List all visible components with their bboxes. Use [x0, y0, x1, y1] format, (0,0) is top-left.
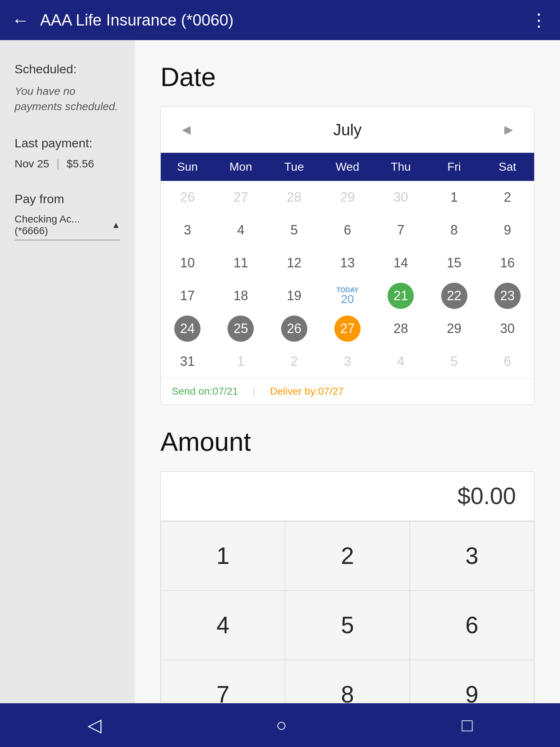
- table-row[interactable]: 30: [374, 181, 427, 214]
- table-row[interactable]: TODAY20: [321, 279, 374, 312]
- table-row[interactable]: 6: [481, 345, 534, 378]
- table-row[interactable]: 24: [161, 312, 214, 345]
- next-month-button[interactable]: ►: [498, 118, 520, 142]
- last-payment-label: Last payment:: [15, 136, 120, 150]
- table-row[interactable]: 7: [374, 214, 427, 247]
- table-row[interactable]: 5: [427, 345, 481, 378]
- table-row[interactable]: 14: [374, 247, 427, 279]
- nav-home-button[interactable]: ○: [254, 707, 309, 743]
- more-icon[interactable]: ⋮: [530, 10, 548, 30]
- keypad-6-button[interactable]: 6: [410, 591, 534, 660]
- dow-mon: Mon: [214, 153, 267, 181]
- footer-divider: |: [253, 386, 255, 397]
- keypad-7-button[interactable]: 7: [161, 660, 285, 703]
- pay-from-section: Pay from Checking Ac... (*6666) ▲: [15, 192, 120, 240]
- table-row[interactable]: 23: [481, 279, 534, 312]
- calendar-dow-row: SunMonTueWedThuFriSat: [161, 153, 534, 181]
- table-row[interactable]: 26: [161, 181, 214, 214]
- table-row[interactable]: 3: [161, 214, 214, 247]
- last-payment-amount: $5.56: [67, 158, 94, 170]
- last-payment-value: Nov 25 | $5.56: [15, 158, 120, 170]
- dow-sat: Sat: [481, 153, 534, 181]
- table-row[interactable]: 19: [268, 279, 321, 312]
- table-row[interactable]: 5: [268, 214, 321, 247]
- table-row[interactable]: 25: [214, 312, 267, 345]
- table-row[interactable]: 17: [161, 279, 214, 312]
- table-row[interactable]: 10: [161, 247, 214, 279]
- main-content: Scheduled: You have no payments schedule…: [0, 40, 560, 703]
- keypad-9-button[interactable]: 9: [410, 660, 534, 703]
- prev-month-button[interactable]: ◄: [175, 118, 197, 142]
- table-row[interactable]: 22: [427, 279, 481, 312]
- last-payment-section: Last payment: Nov 25 | $5.56: [15, 136, 120, 170]
- dow-fri: Fri: [427, 153, 481, 181]
- table-row[interactable]: 31: [161, 345, 214, 378]
- table-row[interactable]: 13: [321, 247, 374, 279]
- account-dropdown[interactable]: Checking Ac... (*6666) ▲: [15, 213, 120, 240]
- dow-thu: Thu: [374, 153, 427, 181]
- table-row[interactable]: 9: [481, 214, 534, 247]
- table-row[interactable]: 26: [268, 312, 321, 345]
- table-row[interactable]: 2: [481, 181, 534, 214]
- keypad-3-button[interactable]: 3: [410, 521, 534, 591]
- keypad-8-button[interactable]: 8: [285, 660, 409, 703]
- calendar-footer: Send on:07/21 | Deliver by:07/27: [161, 378, 534, 405]
- table-row[interactable]: 16: [481, 247, 534, 279]
- sidebar: Scheduled: You have no payments schedule…: [0, 40, 135, 703]
- dow-tue: Tue: [268, 153, 321, 181]
- table-row[interactable]: 8: [427, 214, 481, 247]
- calendar-days-grid[interactable]: 262728293012345678910111213141516171819T…: [161, 181, 534, 378]
- back-icon[interactable]: ←: [12, 10, 29, 30]
- keypad-2-button[interactable]: 2: [285, 521, 409, 591]
- table-row[interactable]: 2: [268, 345, 321, 378]
- table-row[interactable]: 4: [214, 214, 267, 247]
- scheduled-note: You have no payments scheduled.: [15, 84, 120, 114]
- calendar: ◄ July ► SunMonTueWedThuFriSat 262728293…: [160, 107, 534, 405]
- send-on: Send on:07/21: [172, 386, 238, 397]
- amount-section-title: Amount: [160, 427, 534, 457]
- table-row[interactable]: 15: [427, 247, 481, 279]
- scheduled-label: Scheduled:: [15, 62, 120, 76]
- table-row[interactable]: 11: [214, 247, 267, 279]
- pay-from-label: Pay from: [15, 192, 120, 206]
- table-row[interactable]: 21: [374, 279, 427, 312]
- nav-back-button[interactable]: ◁: [66, 707, 123, 743]
- keypad-5-button[interactable]: 5: [285, 591, 409, 660]
- calendar-month: July: [333, 121, 362, 139]
- dow-wed: Wed: [321, 153, 374, 181]
- page-title: AAA Life Insurance (*0060): [40, 11, 530, 29]
- table-row[interactable]: 4: [374, 345, 427, 378]
- account-arrow: ▲: [112, 220, 120, 230]
- payment-divider: |: [57, 158, 59, 170]
- table-row[interactable]: 29: [427, 312, 481, 345]
- calendar-header: ◄ July ►: [161, 107, 534, 153]
- table-row[interactable]: 28: [268, 181, 321, 214]
- right-content: Date ◄ July ► SunMonTueWedThuFriSat 2627…: [135, 40, 560, 703]
- deliver-by-date: 07/27: [318, 386, 344, 397]
- keypad-grid[interactable]: 1234567890⌫: [161, 521, 534, 703]
- send-on-date: 07/21: [213, 386, 238, 397]
- deliver-by-label: Deliver by:: [270, 386, 318, 397]
- scheduled-section: Scheduled: You have no payments schedule…: [15, 62, 120, 114]
- table-row[interactable]: 29: [321, 181, 374, 214]
- table-row[interactable]: 3: [321, 345, 374, 378]
- nav-recents-button[interactable]: □: [440, 707, 494, 743]
- table-row[interactable]: 27: [321, 312, 374, 345]
- date-section-title: Date: [160, 62, 534, 92]
- account-text: Checking Ac... (*6666): [15, 213, 112, 237]
- keypad-container: $0.00 1234567890⌫: [160, 471, 534, 703]
- table-row[interactable]: 30: [481, 312, 534, 345]
- top-bar: ← AAA Life Insurance (*0060) ⋮: [0, 0, 560, 40]
- keypad-4-button[interactable]: 4: [161, 591, 285, 660]
- keypad-1-button[interactable]: 1: [161, 521, 285, 591]
- table-row[interactable]: 1: [214, 345, 267, 378]
- amount-display: $0.00: [161, 472, 534, 521]
- bottom-nav: ◁ ○ □: [0, 703, 560, 747]
- table-row[interactable]: 6: [321, 214, 374, 247]
- table-row[interactable]: 12: [268, 247, 321, 279]
- table-row[interactable]: 18: [214, 279, 267, 312]
- table-row[interactable]: 1: [427, 181, 481, 214]
- table-row[interactable]: 27: [214, 181, 267, 214]
- deliver-by: Deliver by:07/27: [270, 386, 343, 397]
- table-row[interactable]: 28: [374, 312, 427, 345]
